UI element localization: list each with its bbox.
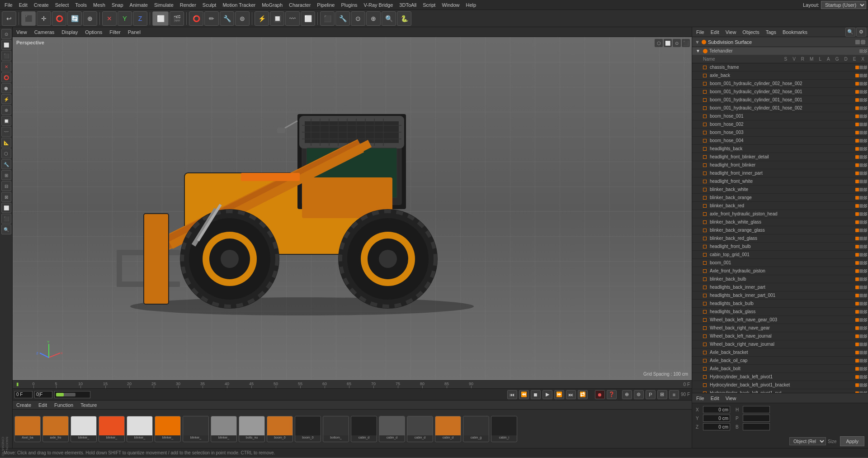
item-orange-dot[interactable] <box>855 123 859 126</box>
item-checkered-dot[interactable] <box>863 269 867 273</box>
item-orange-dot[interactable] <box>855 359 859 363</box>
tree-item[interactable]: Wheel_back_left_nave_journal <box>692 332 868 340</box>
rph-file[interactable]: File <box>694 29 707 36</box>
tool-c[interactable]: ⊙ <box>351 11 365 26</box>
sidebar-icon-5[interactable]: ⭕ <box>1 72 11 82</box>
item-orange-dot[interactable] <box>855 163 859 167</box>
viewport-icon-camera[interactable]: ⊙ <box>673 39 681 47</box>
tree-item[interactable]: Axle_back_bolt <box>692 365 868 373</box>
tree-item[interactable]: Hydrocylinder_back_left_pivot1_nut <box>692 389 868 393</box>
scale-tool-button[interactable]: ⭕ <box>52 11 66 26</box>
item-checkered-dot[interactable] <box>863 74 867 77</box>
sidebar-icon-12[interactable]: ⬡ <box>1 148 11 158</box>
sidebar-icon-14[interactable]: ⊞ <box>1 170 11 180</box>
viewport-cameras-menu[interactable]: Cameras <box>33 29 57 36</box>
rph-bookmarks[interactable]: Bookmarks <box>780 29 810 36</box>
point-mode[interactable]: ⭕ <box>189 11 203 26</box>
menu-file[interactable]: File <box>2 1 15 9</box>
item-gray-dot[interactable] <box>859 131 863 134</box>
material-texture-menu[interactable]: Texture <box>79 401 99 409</box>
item-checkered-dot[interactable] <box>863 310 867 314</box>
item-checkered-dot[interactable] <box>863 294 867 297</box>
item-orange-dot[interactable] <box>855 114 859 118</box>
item-checkered-dot[interactable] <box>863 318 867 322</box>
item-checkered-dot[interactable] <box>863 326 867 330</box>
item-checkered-dot[interactable] <box>863 66 867 69</box>
item-checkered-dot[interactable] <box>863 229 867 232</box>
menu-render[interactable]: Render <box>177 1 199 9</box>
item-checkered-dot[interactable] <box>863 367 867 371</box>
item-orange-dot[interactable] <box>855 237 859 240</box>
tree-item[interactable]: headlights_back_inner_part_001 <box>692 291 868 300</box>
item-orange-dot[interactable] <box>855 172 859 175</box>
tree-item[interactable]: blinker_back_red <box>692 202 868 210</box>
tree-item[interactable]: boom_hose_002 <box>692 120 868 129</box>
object-mode-select[interactable]: Object (Rel <box>789 437 826 445</box>
material-item-2[interactable]: blinker_ <box>71 416 97 442</box>
sidebar-icon-8[interactable]: ⊕ <box>1 105 11 115</box>
y-input[interactable] <box>703 415 730 422</box>
tree-item[interactable]: headlights_back_bulb <box>692 300 868 308</box>
item-orange-dot[interactable] <box>855 147 859 151</box>
menu-sculpt[interactable]: Sculpt <box>200 1 219 9</box>
item-orange-dot[interactable] <box>855 196 859 200</box>
axis-z-button[interactable]: Z <box>133 11 147 26</box>
item-orange-dot[interactable] <box>855 74 859 77</box>
item-gray-dot[interactable] <box>859 318 863 322</box>
item-orange-dot[interactable] <box>855 343 859 346</box>
tree-item[interactable]: Hydrocylinder_back_left_pivot1 <box>692 373 868 381</box>
rph-view[interactable]: View <box>723 29 739 36</box>
edge-mode[interactable]: ✏ <box>204 11 219 26</box>
menu-mesh[interactable]: Mesh <box>90 1 108 9</box>
menu-motion-tracker[interactable]: Motion Tracker <box>220 1 258 9</box>
menu-mograph[interactable]: MoGraph <box>259 1 285 9</box>
item-gray-dot[interactable] <box>859 269 863 273</box>
axis-x-button[interactable]: ✕ <box>102 11 117 26</box>
tree-item[interactable]: boom_001_hydraulic_cylinder_002_hose_002 <box>692 80 868 88</box>
item-gray-dot[interactable] <box>859 359 863 363</box>
item-orange-dot[interactable] <box>855 212 859 216</box>
item-checkered-dot[interactable] <box>863 131 867 134</box>
viewport-canvas[interactable]: Perspective ⬡ ⬜ ⊙ ⬛ <box>13 37 692 380</box>
rph-tags[interactable]: Tags <box>764 29 778 36</box>
item-gray-dot[interactable] <box>859 343 863 346</box>
item-checkered-dot[interactable] <box>863 351 867 354</box>
item-gray-dot[interactable] <box>859 188 863 191</box>
item-checkered-dot[interactable] <box>863 220 867 224</box>
item-checkered-dot[interactable] <box>863 237 867 240</box>
tree-item[interactable]: blinker_back_white <box>692 186 868 194</box>
menu-window[interactable]: Window <box>439 1 462 9</box>
menu-create[interactable]: Create <box>31 1 52 9</box>
menu-vray[interactable]: V-Ray Bridge <box>361 1 396 9</box>
item-orange-dot[interactable] <box>855 98 859 102</box>
tool-f[interactable]: 🐍 <box>397 11 411 26</box>
item-checkered-dot[interactable] <box>863 343 867 346</box>
item-gray-dot[interactable] <box>859 261 863 265</box>
render-dot[interactable] <box>861 40 865 44</box>
render-all[interactable]: 〰 <box>285 11 300 26</box>
material-item-6[interactable]: blinker_ <box>183 416 209 442</box>
item-checkered-dot[interactable] <box>863 114 867 118</box>
item-gray-dot[interactable] <box>859 123 863 126</box>
menu-pipeline[interactable]: Pipeline <box>314 1 337 9</box>
item-gray-dot[interactable] <box>859 286 863 289</box>
tree-item[interactable]: chassis_frame <box>692 63 868 72</box>
item-checkered-dot[interactable] <box>863 286 867 289</box>
item-gray-dot[interactable] <box>859 375 863 379</box>
item-orange-dot[interactable] <box>855 253 859 257</box>
rph-edit[interactable]: Edit <box>708 29 722 36</box>
item-gray-dot[interactable] <box>859 163 863 167</box>
item-gray-dot[interactable] <box>859 245 863 248</box>
item-checkered-dot[interactable] <box>863 359 867 363</box>
frame-field-2[interactable] <box>34 391 52 398</box>
h-input[interactable] <box>743 406 770 413</box>
sidebar-icon-18[interactable]: ⬛ <box>1 214 11 224</box>
search-icon[interactable]: 🔍 <box>845 28 855 37</box>
item-checkered-dot[interactable] <box>863 123 867 126</box>
item-gray-dot[interactable] <box>859 220 863 224</box>
material-item-17[interactable]: cabin_i <box>491 416 517 442</box>
material-item-10[interactable]: boom_0 <box>295 416 321 442</box>
viewport-panel-menu[interactable]: Panel <box>126 29 142 36</box>
menu-animate[interactable]: Animate <box>127 1 151 9</box>
material-item-5[interactable]: blinker_ <box>155 416 181 442</box>
